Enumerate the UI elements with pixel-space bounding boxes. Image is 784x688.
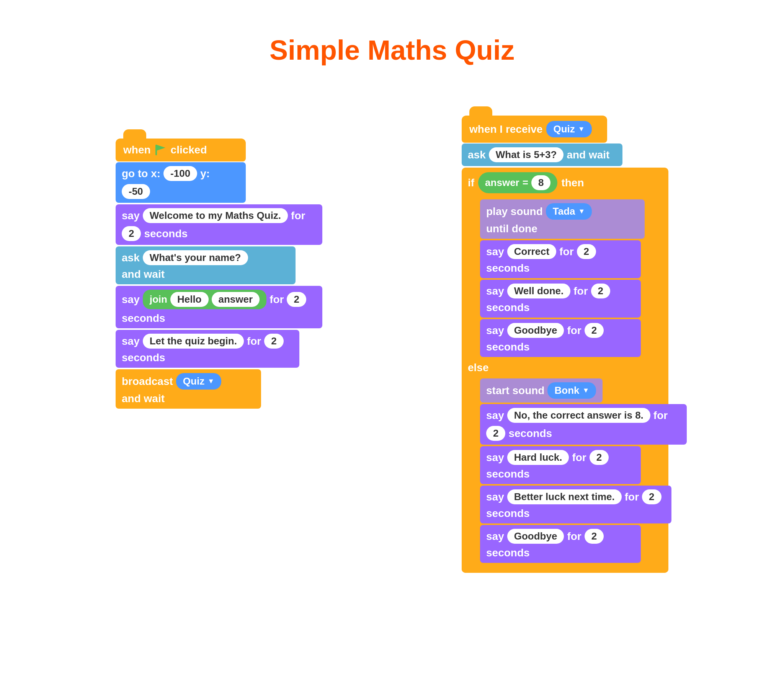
when-flag-clicked-block[interactable]: when clicked <box>115 138 246 161</box>
svg-marker-0 <box>156 145 165 151</box>
goodbye-then-duration[interactable]: 2 <box>585 323 604 338</box>
betterluck-value[interactable]: Better luck next time. <box>507 489 622 504</box>
say-welcome-block[interactable]: say Welcome to my Maths Quiz. for 2 seco… <box>115 204 322 245</box>
page-title: Simple Maths Quiz <box>0 0 784 89</box>
correct-duration[interactable]: 2 <box>577 244 596 259</box>
hardluck-duration[interactable]: 2 <box>590 450 609 465</box>
else-label: else <box>462 359 669 377</box>
goto-block[interactable]: go to x: -100 y: -50 <box>115 162 246 203</box>
when-receive-block[interactable]: when I receive Quiz <box>462 115 607 143</box>
receive-message[interactable]: Quiz <box>546 121 591 137</box>
say-no-block[interactable]: say No, the correct answer is 8. for 2 s… <box>480 404 687 444</box>
say-welcome-value[interactable]: Welcome to my Maths Quiz. <box>143 208 288 223</box>
answer-value[interactable]: answer <box>212 292 260 307</box>
correct-value[interactable]: Correct <box>507 244 556 259</box>
broadcast-block[interactable]: broadcast Quiz and wait <box>115 369 261 409</box>
bonk-sound[interactable]: Bonk <box>547 382 596 399</box>
say-goodbye-then-block[interactable]: say Goodbye for 2 seconds <box>480 319 641 357</box>
tada-sound[interactable]: Tada <box>546 203 592 220</box>
if-block-bottom-cap <box>462 565 669 573</box>
else-body: start sound Bonk say No, the correct ans… <box>480 379 669 563</box>
say-correct-block[interactable]: say Correct for 2 seconds <box>480 240 641 278</box>
goodbye-then-value[interactable]: Goodbye <box>507 323 564 338</box>
welldone-duration[interactable]: 2 <box>591 283 610 298</box>
say-welldone-block[interactable]: say Well done. for 2 seconds <box>480 280 641 318</box>
if-else-block: if answer = 8 then play sound Tada until… <box>462 168 669 573</box>
quiz-question[interactable]: What is 5+3? <box>489 147 564 162</box>
say-begin-duration[interactable]: 2 <box>264 334 283 349</box>
flag-icon <box>155 144 167 156</box>
play-sound-tada-block[interactable]: play sound Tada until done <box>480 199 645 239</box>
say-begin-block[interactable]: say Let the quiz begin. for 2 seconds <box>115 330 299 368</box>
say-begin-value[interactable]: Let the quiz begin. <box>143 334 244 349</box>
say-hardluck-block[interactable]: say Hard luck. for 2 seconds <box>480 446 641 484</box>
say-goodbye-else-block[interactable]: say Goodbye for 2 seconds <box>480 525 641 563</box>
ask-question-value[interactable]: What's your name? <box>143 250 248 265</box>
hello-value[interactable]: Hello <box>170 292 209 307</box>
broadcast-message[interactable]: Quiz <box>176 373 221 390</box>
condition-value[interactable]: 8 <box>531 175 550 190</box>
join-pill[interactable]: join Hello answer <box>143 290 267 309</box>
goodbye-else-value[interactable]: Goodbye <box>507 529 564 544</box>
welldone-value[interactable]: Well done. <box>507 283 571 298</box>
say-welcome-duration[interactable]: 2 <box>122 226 141 241</box>
y-value[interactable]: -50 <box>122 184 150 199</box>
left-stack: when clicked go to x: -100 y: -50 say We… <box>115 127 322 410</box>
betterluck-duration[interactable]: 2 <box>642 489 661 504</box>
say-betterluck-block[interactable]: say Better luck next time. for 2 seconds <box>480 486 672 523</box>
clicked-label: clicked <box>171 144 207 156</box>
when-label: when <box>123 144 151 156</box>
say-join-block[interactable]: say join Hello answer for 2 seconds <box>115 286 322 328</box>
ask-name-block[interactable]: ask What's your name? and wait <box>115 247 295 284</box>
then-body: play sound Tada until done say Correct f… <box>480 199 669 357</box>
hardluck-value[interactable]: Hard luck. <box>507 450 569 465</box>
goodbye-else-duration[interactable]: 2 <box>585 529 604 544</box>
no-duration[interactable]: 2 <box>486 426 505 441</box>
join-duration[interactable]: 2 <box>287 292 306 307</box>
start-sound-bonk-block[interactable]: start sound Bonk <box>480 379 603 403</box>
condition-oval[interactable]: answer = 8 <box>478 172 557 193</box>
ask-quiz-block[interactable]: ask What is 5+3? and wait <box>462 143 623 166</box>
no-value[interactable]: No, the correct answer is 8. <box>507 408 651 423</box>
right-stack: when I receive Quiz ask What is 5+3? and… <box>462 115 669 574</box>
svg-rect-1 <box>155 145 157 155</box>
if-header[interactable]: if answer = 8 then <box>462 168 669 198</box>
x-value[interactable]: -100 <box>163 166 197 181</box>
